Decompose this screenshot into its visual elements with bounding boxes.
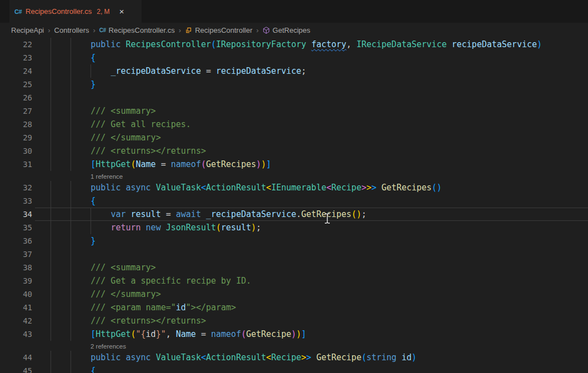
csharp-icon: C# (99, 27, 106, 33)
code-text: /// Get a specific recipe by ID. (51, 276, 251, 286)
line-number[interactable]: 28 (0, 118, 32, 131)
line-number[interactable]: 24 (0, 64, 32, 78)
indent-guide (51, 248, 51, 261)
chevron-right-icon: › (48, 26, 50, 34)
code-line[interactable]: 26 (0, 91, 588, 104)
code-text: { (51, 196, 96, 206)
indent-guide (71, 91, 71, 104)
code-line[interactable]: 35 return new JsonResult(result); (0, 221, 588, 234)
line-number[interactable]: 32 (0, 181, 32, 194)
code-text: /// <returns></returns> (51, 316, 206, 326)
code-line[interactable]: 24 _recipeDataService = recipeDataServic… (0, 64, 588, 78)
code-line[interactable]: 27 /// <summary> (0, 104, 588, 118)
line-number[interactable]: 27 (0, 104, 32, 118)
close-icon[interactable]: × (119, 7, 124, 16)
code-text: [HttpGet(Name = nameof(GetRecipes))] (51, 159, 271, 169)
line-number[interactable]: 42 (0, 314, 32, 327)
chevron-right-icon: › (93, 26, 95, 34)
code-area: 22 public RecipesController(IRepositoryF… (0, 38, 588, 373)
line-number[interactable]: 43 (0, 327, 32, 341)
vscode-window: C# RecipesController.cs 2, M × RecipeApi… (0, 0, 588, 373)
code-text: [HttpGet("{id}", Name = nameof(GetRecipe… (51, 329, 306, 339)
line-number[interactable]: 33 (0, 194, 32, 208)
line-number[interactable]: 35 (0, 221, 32, 234)
code-text: var result = await _recipeDataService.Ge… (51, 209, 366, 219)
tab-bar: C# RecipesController.cs 2, M × (0, 0, 588, 23)
breadcrumb-item-file[interactable]: C# RecipesController.cs (99, 26, 175, 34)
code-line[interactable]: 41 /// <param name="id"></param> (0, 301, 588, 314)
breadcrumb-item-recipeapi[interactable]: RecipeApi (11, 26, 44, 34)
code-line[interactable]: 22 public RecipesController(IRepositoryF… (0, 38, 588, 51)
breadcrumb: RecipeApi › Controllers › C# RecipesCont… (0, 23, 588, 38)
line-number[interactable]: 37 (0, 248, 32, 261)
tab-recipescontroller[interactable]: C# RecipesController.cs 2, M × (9, 0, 142, 23)
codelens-references[interactable]: 2 references (91, 343, 126, 350)
line-number[interactable]: 22 (0, 38, 32, 51)
line-number[interactable]: 34 (0, 208, 32, 221)
code-line[interactable]: 42 /// <returns></returns> (0, 314, 588, 327)
indent-guide (51, 91, 51, 104)
tab-title: RecipesController.cs (26, 7, 92, 16)
code-editor[interactable]: 22 public RecipesController(IRepositoryF… (0, 38, 588, 373)
code-text: { (51, 53, 96, 63)
code-text: /// </summary> (51, 289, 161, 299)
method-icon (263, 27, 270, 34)
code-text: /// <returns></returns> (51, 146, 206, 156)
line-number[interactable]: 31 (0, 158, 32, 171)
code-line[interactable]: 30 /// <returns></returns> (0, 144, 588, 158)
line-number[interactable]: 40 (0, 288, 32, 301)
code-text: public async ValueTask<ActionResult<Reci… (51, 352, 416, 362)
breadcrumb-item-class[interactable]: RecipesController (185, 26, 252, 34)
chevron-right-icon: › (179, 26, 181, 34)
indent-guide (71, 248, 71, 261)
line-number[interactable]: 39 (0, 274, 32, 288)
code-line[interactable]: 34 var result = await _recipeDataService… (0, 208, 588, 221)
code-line[interactable]: 45 { (0, 364, 588, 373)
line-number[interactable]: 41 (0, 301, 32, 314)
code-line[interactable]: 40 /// </summary> (0, 288, 588, 301)
csharp-file-icon: C# (14, 8, 22, 15)
breadcrumb-item-method[interactable]: GetRecipes (263, 26, 310, 34)
code-text: /// <param name="id"></param> (51, 303, 236, 312)
code-line[interactable]: 28 /// Get all recipes. (0, 118, 588, 131)
line-number[interactable]: 36 (0, 234, 32, 248)
code-text: /// <summary> (51, 106, 156, 116)
line-number[interactable]: 45 (0, 364, 32, 373)
code-line[interactable]: 36 } (0, 234, 588, 248)
breadcrumb-label: Controllers (54, 26, 89, 34)
codelens-row: 1 reference (0, 171, 588, 181)
code-line[interactable]: 39 /// Get a specific recipe by ID. (0, 274, 588, 288)
line-number[interactable]: 30 (0, 144, 32, 158)
code-text: /// <summary> (51, 263, 156, 273)
code-text: return new JsonResult(result); (51, 223, 261, 233)
code-line[interactable]: 37 (0, 248, 588, 261)
tab-problems-modified-badge: 2, M (97, 8, 109, 16)
code-text: public RecipesController(IRepositoryFact… (51, 39, 542, 49)
code-line[interactable]: 23 { (0, 51, 588, 64)
breadcrumb-label: RecipesController (195, 26, 252, 34)
line-number[interactable]: 44 (0, 351, 32, 364)
code-text: _recipeDataService = recipeDataService; (51, 66, 306, 76)
code-line[interactable]: 31 [HttpGet(Name = nameof(GetRecipes))] (0, 158, 588, 171)
code-text: public async ValueTask<ActionResult<IEnu… (51, 183, 441, 193)
line-number[interactable]: 29 (0, 131, 32, 144)
class-icon (185, 27, 192, 34)
codelens-references[interactable]: 1 reference (91, 173, 123, 180)
code-line[interactable]: 44 public async ValueTask<ActionResult<R… (0, 351, 588, 364)
line-number[interactable]: 25 (0, 78, 32, 91)
code-line[interactable]: 43 [HttpGet("{id}", Name = nameof(GetRec… (0, 327, 588, 341)
code-line[interactable]: 25 } (0, 78, 588, 91)
code-line[interactable]: 38 /// <summary> (0, 261, 588, 274)
code-text: } (51, 79, 96, 89)
codelens-row: 2 references (0, 341, 588, 351)
code-line[interactable]: 29 /// </summary> (0, 131, 588, 144)
line-number[interactable]: 26 (0, 91, 32, 104)
code-line[interactable]: 33 { (0, 194, 588, 208)
code-text: /// Get all recipes. (51, 119, 191, 129)
breadcrumb-label: RecipesController.cs (109, 26, 175, 34)
line-number[interactable]: 38 (0, 261, 32, 274)
line-number[interactable]: 23 (0, 51, 32, 64)
code-line[interactable]: 32 public async ValueTask<ActionResult<I… (0, 181, 588, 194)
breadcrumb-label: RecipeApi (11, 26, 44, 34)
breadcrumb-item-controllers[interactable]: Controllers (54, 26, 89, 34)
